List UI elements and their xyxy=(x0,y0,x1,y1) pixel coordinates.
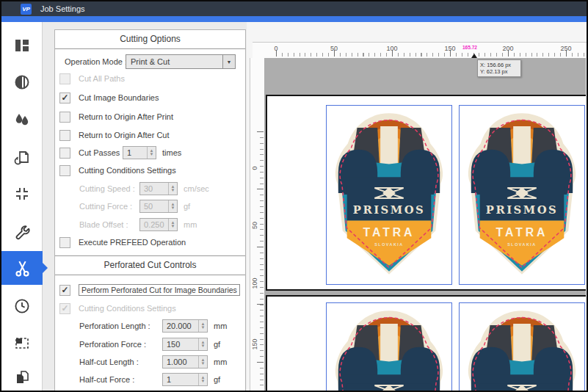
cutting-force-stepper[interactable]: 50 ▲▼ xyxy=(139,200,178,213)
divider xyxy=(55,255,245,256)
pages-icon xyxy=(13,369,31,386)
selection-marquee-icon xyxy=(13,334,31,352)
divider xyxy=(55,275,245,275)
sidebar-item-copies[interactable] xyxy=(1,147,43,167)
execute-prefeed-row: Execute PREFEED Operation xyxy=(59,235,186,250)
halfcut-length-stepper[interactable]: 1.000 ▲▼ xyxy=(162,355,208,369)
perform-perforated-row: ✓ Perform Perforated Cut for Image Bound… xyxy=(59,283,240,297)
sidebar-item-layout[interactable] xyxy=(1,35,43,56)
settings-panel: Cutting Options Operation Mode : Print &… xyxy=(54,29,246,391)
cut-passes-row: Cut Passes xyxy=(59,145,120,160)
cutting-force-label: Cutting Force : xyxy=(79,199,132,214)
operation-mode-label: Operation Mode : xyxy=(65,54,127,69)
label-frame-2[interactable] xyxy=(459,105,585,285)
horizontal-ruler: 0 50 100 150 200 250 xyxy=(253,42,587,58)
perforation-length-stepper[interactable]: 20.000 ▲▼ xyxy=(162,319,208,333)
label-artwork xyxy=(460,303,584,391)
halfcut-length-label: Half-cut Length : xyxy=(79,355,139,369)
stepper-arrows-icon[interactable]: ▲▼ xyxy=(198,356,207,368)
sidebar-item-crop-marks[interactable] xyxy=(1,184,43,204)
stepper-arrows-icon: ▲▼ xyxy=(168,219,177,231)
clock-icon xyxy=(13,297,31,315)
app-logo-icon: VP xyxy=(21,4,32,15)
label-artwork xyxy=(460,106,584,284)
return-origin-cut-row: Return to Origin After Cut xyxy=(59,128,170,142)
accent-bar xyxy=(1,16,587,22)
blade-offset-unit: mm xyxy=(184,217,197,232)
cutting-speed-stepper[interactable]: 30 ▲▼ xyxy=(139,182,178,195)
perforation-force-stepper[interactable]: 150 ▲▼ xyxy=(162,338,208,351)
perforation-length-label: Perforation Length : xyxy=(79,319,150,333)
sidebar-item-schedule[interactable] xyxy=(1,296,43,316)
sidebar-item-ink[interactable] xyxy=(1,109,43,129)
blade-offset-stepper[interactable]: 0.250 ▲▼ xyxy=(139,218,178,231)
sidebar xyxy=(1,22,43,391)
ink-drops-icon xyxy=(13,110,31,128)
cutting-force-unit: gf xyxy=(184,199,190,214)
tooltip-x: X: 156.66 px xyxy=(480,62,518,68)
cut-passes-suffix: times xyxy=(162,145,181,160)
return-origin-print-checkbox[interactable] xyxy=(59,112,70,123)
stepper-arrows-icon: ▲▼ xyxy=(168,200,177,212)
cutting-speed-label: Cutting Speed : xyxy=(79,181,135,196)
cut-all-paths-checkbox[interactable] xyxy=(59,73,70,84)
label-artwork xyxy=(327,303,451,391)
cut-image-boundaries-checkbox[interactable]: ✓ xyxy=(59,92,70,104)
perforation-length-unit: mm xyxy=(214,319,227,333)
label-frame-3[interactable] xyxy=(326,302,452,391)
label-frame-4[interactable] xyxy=(459,302,585,391)
cursor-position-readout: 165.72 xyxy=(462,45,477,50)
return-origin-print-row: Return to Origin After Print xyxy=(59,109,173,124)
section-title-perforated-cut: Perforated Cut Controls xyxy=(55,260,245,270)
halfcut-force-stepper[interactable]: 1 ▲▼ xyxy=(162,373,208,386)
cutting-conditions-checkbox[interactable] xyxy=(59,165,70,176)
sidebar-item-tools[interactable] xyxy=(1,222,43,243)
return-origin-cut-checkbox[interactable] xyxy=(59,130,70,141)
sidebar-item-quality[interactable] xyxy=(1,72,43,92)
operation-mode-value: Print & Cut xyxy=(126,55,222,68)
ruler-major-ticks xyxy=(257,131,264,391)
stepper-arrows-icon[interactable]: ▲▼ xyxy=(147,147,156,159)
cut-passes-stepper[interactable]: 1 ▲▼ xyxy=(123,146,156,159)
title-bar: VP Job Settings xyxy=(1,1,587,16)
label-artwork xyxy=(327,106,451,284)
execute-prefeed-checkbox[interactable] xyxy=(59,237,70,248)
cut-passes-checkbox[interactable] xyxy=(59,148,70,159)
perforation-force-unit: gf xyxy=(214,337,220,352)
perforated-cutting-conditions-checkbox[interactable]: ✓ xyxy=(59,303,70,314)
sidebar-item-cutting[interactable] xyxy=(1,251,43,285)
preview-area: 0 50 100 150 200 250 165.72 0 50 100 150… xyxy=(247,22,587,391)
cursor-coordinates-tooltip: X: 156.66 px Y: 62.13 px xyxy=(477,59,521,77)
layout-canvas[interactable]: X: 156.66 px Y: 62.13 px xyxy=(264,58,586,391)
perforation-force-label: Perforation Force : xyxy=(79,337,146,352)
wrench-icon xyxy=(13,224,31,242)
stepper-arrows-icon: ▲▼ xyxy=(168,183,177,195)
layout-icon xyxy=(13,37,31,54)
perform-perforated-checkbox[interactable]: ✓ xyxy=(59,285,70,296)
stepper-arrows-icon[interactable]: ▲▼ xyxy=(198,374,207,385)
copies-icon xyxy=(13,148,31,166)
cut-image-boundaries-row: ✓ Cut Image Boundaries xyxy=(59,90,159,105)
window-title: Job Settings xyxy=(40,4,85,13)
crop-marks-icon xyxy=(13,185,31,203)
cut-all-paths-row: Cut All Paths xyxy=(59,71,125,86)
vertical-ruler: 0 50 100 150 200 xyxy=(250,58,264,391)
operation-mode-select[interactable]: Print & Cut ▼ xyxy=(126,54,236,69)
sidebar-item-pages[interactable] xyxy=(1,367,43,388)
perforated-cutting-conditions-row: ✓ Cutting Conditions Settings xyxy=(59,301,176,316)
sidebar-item-selection[interactable] xyxy=(1,333,43,353)
cutting-speed-unit: cm/sec xyxy=(184,181,209,196)
stepper-arrows-icon[interactable]: ▲▼ xyxy=(198,320,207,332)
chevron-down-icon[interactable]: ▼ xyxy=(222,55,235,68)
label-frame-1[interactable] xyxy=(326,105,452,285)
quality-icon xyxy=(13,73,31,91)
halfcut-force-unit: gf xyxy=(214,372,220,387)
scissors-icon xyxy=(13,259,32,277)
divider xyxy=(55,48,245,49)
cutting-conditions-row: Cutting Conditions Settings xyxy=(59,163,176,178)
tooltip-y: Y: 62.13 px xyxy=(480,68,518,75)
halfcut-force-label: Half-cut Force : xyxy=(79,372,134,387)
ruler-major-ticks xyxy=(276,50,587,57)
stepper-arrows-icon[interactable]: ▲▼ xyxy=(198,338,207,350)
halfcut-length-unit: mm xyxy=(214,355,227,369)
